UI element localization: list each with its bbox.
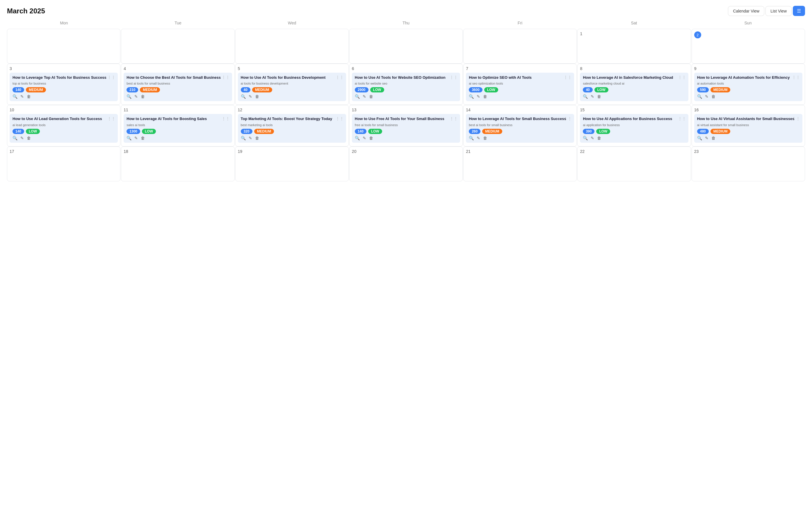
search-button[interactable]: 🔍 xyxy=(355,136,360,140)
search-button[interactable]: 🔍 xyxy=(469,136,474,140)
drag-handle-icon[interactable]: ⋮⋮ xyxy=(678,75,686,80)
search-button[interactable]: 🔍 xyxy=(13,136,17,140)
edit-button[interactable]: ✎ xyxy=(363,94,366,99)
search-button[interactable]: 🔍 xyxy=(241,136,246,140)
edit-button[interactable]: ✎ xyxy=(249,136,252,140)
edit-button[interactable]: ✎ xyxy=(705,94,709,99)
edit-button[interactable]: ✎ xyxy=(591,136,594,140)
delete-button[interactable]: 🗑 xyxy=(597,94,601,99)
day-number: 1 xyxy=(580,32,688,36)
menu-button[interactable]: ☰ xyxy=(793,6,805,16)
calendar-grid: Mon Tue Wed Thu Fri Sat Sun 1 2 xyxy=(7,18,805,181)
delete-button[interactable]: 🗑 xyxy=(597,136,601,140)
delete-button[interactable]: 🗑 xyxy=(141,136,145,140)
edit-button[interactable]: ✎ xyxy=(591,94,594,99)
week-row-1: 1 2 xyxy=(7,29,805,64)
event-badges: 260 MEDIUM xyxy=(469,129,571,134)
card-actions: 🔍 ✎ 🗑 xyxy=(697,136,799,140)
search-button[interactable]: 🔍 xyxy=(127,136,132,140)
drag-handle-icon[interactable]: ⋮⋮ xyxy=(221,116,230,121)
difficulty-badge: LOW xyxy=(142,129,156,134)
day-cell-1: 1 xyxy=(577,29,691,64)
card-actions: 🔍 ✎ 🗑 xyxy=(355,94,457,99)
drag-handle-icon[interactable]: ⋮⋮ xyxy=(564,116,572,121)
delete-button[interactable]: 🗑 xyxy=(483,136,487,140)
event-title: How to Use AI Lead Generation Tools for … xyxy=(13,116,115,121)
event-card: ⋮⋮ How to Leverage AI Automation Tools f… xyxy=(694,73,803,101)
drag-handle-icon[interactable]: ⋮⋮ xyxy=(450,116,458,121)
card-actions: 🔍 ✎ 🗑 xyxy=(697,94,799,99)
event-badges: 3600 LOW xyxy=(469,87,571,93)
drag-handle-icon[interactable]: ⋮⋮ xyxy=(335,75,344,80)
delete-button[interactable]: 🗑 xyxy=(255,136,259,140)
edit-button[interactable]: ✎ xyxy=(477,94,480,99)
difficulty-badge: LOW xyxy=(596,129,610,134)
day-cell-7: 7 ⋮⋮ How to Optimize SEO with AI Tools a… xyxy=(463,64,577,105)
day-header-mon: Mon xyxy=(7,18,121,27)
delete-button[interactable]: 🗑 xyxy=(369,94,373,99)
event-card: ⋮⋮ How to Use AI Virtual Assistants for … xyxy=(694,114,803,142)
edit-button[interactable]: ✎ xyxy=(134,94,138,99)
edit-button[interactable]: ✎ xyxy=(134,136,138,140)
edit-button[interactable]: ✎ xyxy=(363,136,366,140)
day-cell-11: 11 ⋮⋮ How to Leverage AI Tools for Boost… xyxy=(121,105,234,146)
card-actions: 🔍 ✎ 🗑 xyxy=(241,94,343,99)
delete-button[interactable]: 🗑 xyxy=(711,136,715,140)
list-view-button[interactable]: List View xyxy=(766,6,792,16)
calendar-view-button[interactable]: Calendar View xyxy=(728,6,764,16)
event-title: How to Choose the Best AI Tools for Smal… xyxy=(127,75,229,80)
delete-button[interactable]: 🗑 xyxy=(369,136,373,140)
search-button[interactable]: 🔍 xyxy=(13,94,17,99)
edit-button[interactable]: ✎ xyxy=(705,136,709,140)
volume-badge: 140 xyxy=(355,129,366,134)
delete-button[interactable]: 🗑 xyxy=(255,94,259,99)
search-button[interactable]: 🔍 xyxy=(469,94,474,99)
event-keywords: ai seo optimization tools xyxy=(469,81,571,85)
event-badges: 40 MEDIUM xyxy=(241,87,343,93)
day-number: 12 xyxy=(238,107,346,112)
delete-button[interactable]: 🗑 xyxy=(483,94,487,99)
edit-button[interactable]: ✎ xyxy=(249,94,252,99)
difficulty-badge: MEDIUM xyxy=(711,129,731,134)
day-number: 6 xyxy=(352,66,460,71)
search-button[interactable]: 🔍 xyxy=(127,94,132,99)
drag-handle-icon[interactable]: ⋮⋮ xyxy=(792,116,800,121)
delete-button[interactable]: 🗑 xyxy=(141,94,145,99)
delete-button[interactable]: 🗑 xyxy=(27,94,31,99)
drag-handle-icon[interactable]: ⋮⋮ xyxy=(335,116,344,121)
delete-button[interactable]: 🗑 xyxy=(27,136,31,140)
search-button[interactable]: 🔍 xyxy=(697,94,702,99)
day-cell-14: 14 ⋮⋮ How to Leverage AI Tools for Small… xyxy=(463,105,577,146)
edit-button[interactable]: ✎ xyxy=(477,136,480,140)
drag-handle-icon[interactable]: ⋮⋮ xyxy=(678,116,686,121)
day-cell-15: 15 ⋮⋮ How to Use AI Applications for Bus… xyxy=(577,105,691,146)
event-title: How to Use AI Tools for Website SEO Opti… xyxy=(355,75,457,80)
edit-button[interactable]: ✎ xyxy=(20,136,24,140)
volume-badge: 480 xyxy=(697,129,709,134)
volume-badge: 210 xyxy=(127,87,138,93)
drag-handle-icon[interactable]: ⋮⋮ xyxy=(792,75,800,80)
search-button[interactable]: 🔍 xyxy=(583,94,588,99)
day-number: 18 xyxy=(123,149,232,154)
search-button[interactable]: 🔍 xyxy=(241,94,246,99)
delete-button[interactable]: 🗑 xyxy=(711,94,715,99)
difficulty-badge: LOW xyxy=(26,129,40,134)
day-number: 4 xyxy=(123,66,232,71)
drag-handle-icon[interactable]: ⋮⋮ xyxy=(107,116,115,121)
search-button[interactable]: 🔍 xyxy=(355,94,360,99)
search-button[interactable]: 🔍 xyxy=(697,136,702,140)
drag-handle-icon[interactable]: ⋮⋮ xyxy=(450,75,458,80)
search-button[interactable]: 🔍 xyxy=(583,136,588,140)
day-number: 5 xyxy=(238,66,346,71)
day-cell-23: 23 xyxy=(692,146,805,181)
drag-handle-icon[interactable]: ⋮⋮ xyxy=(221,75,230,80)
drag-handle-icon[interactable]: ⋮⋮ xyxy=(107,75,115,80)
event-badges: 140 LOW xyxy=(13,129,115,134)
edit-button[interactable]: ✎ xyxy=(20,94,24,99)
day-number: 9 xyxy=(694,66,803,71)
drag-handle-icon[interactable]: ⋮⋮ xyxy=(564,75,572,80)
day-number: 20 xyxy=(352,149,460,154)
event-title: How to Use AI Applications for Business … xyxy=(583,116,685,121)
event-card: ⋮⋮ How to Leverage AI in Salesforce Mark… xyxy=(580,73,688,101)
event-badges: 140 LOW xyxy=(355,129,457,134)
